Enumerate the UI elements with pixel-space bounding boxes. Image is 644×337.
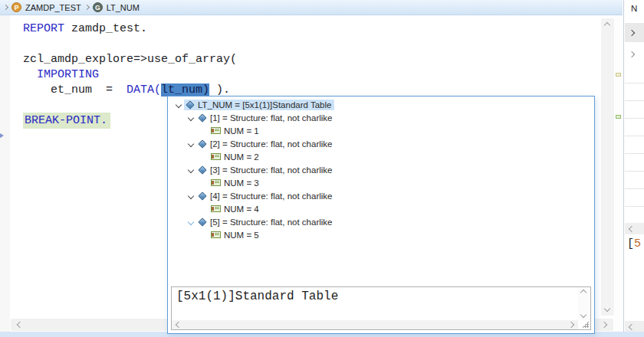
- instruction-pointer-icon: [0, 132, 4, 139]
- scroll-left-icon[interactable]: [17, 322, 23, 328]
- tree-label: NUM = 4: [224, 204, 259, 214]
- row-expander-icon[interactable]: [629, 51, 635, 57]
- tree-row[interactable]: NUM = 4: [168, 202, 594, 215]
- variables-rows: [625, 23, 644, 207]
- variables-detail-scrollbar[interactable]: [625, 321, 644, 332]
- tree-label: LT_NUM = [5x1(1)]Standard Table: [198, 100, 331, 110]
- left-annotation-ruler: [0, 15, 10, 332]
- variables-table-row[interactable]: [625, 119, 644, 136]
- tree-label: [4] = Structure: flat, not charlike: [210, 191, 332, 201]
- field-icon: [211, 205, 221, 212]
- tree-row[interactable]: [4] = Structure: flat, not charlike: [168, 189, 594, 202]
- variables-horizontal-scrollbar[interactable]: [625, 223, 644, 234]
- variables-table-row[interactable]: [625, 154, 644, 172]
- tree-row[interactable]: [2] = Structure: flat, not charlike: [168, 137, 594, 150]
- scroll-right-icon[interactable]: [568, 322, 574, 328]
- detail-number: 5: [634, 237, 641, 250]
- global-variable-icon: G: [93, 2, 103, 12]
- resize-grip-icon[interactable]: [582, 321, 589, 328]
- detail-horizontal-scrollbar[interactable]: [172, 320, 578, 329]
- tree-expander-icon[interactable]: [185, 142, 196, 146]
- variable-inspect-popup: LT_NUM = [5x1(1)]Standard Table[1] = Str…: [167, 96, 595, 334]
- code-line: [23, 37, 598, 52]
- code-line: IMPORTING: [23, 67, 598, 83]
- field-icon: [211, 179, 221, 186]
- structure-icon: [198, 191, 206, 200]
- structure-icon: [198, 113, 206, 122]
- tree-row[interactable]: NUM = 5: [168, 228, 594, 241]
- tree-row[interactable]: [5] = Structure: flat, not charlike: [168, 215, 594, 228]
- tree-label: NUM = 3: [224, 178, 259, 188]
- variable-tree: LT_NUM = [5x1(1)]Standard Table[1] = Str…: [168, 98, 594, 241]
- breadcrumb-item[interactable]: LT_NUM: [107, 3, 140, 12]
- variables-table-row[interactable]: [625, 23, 644, 42]
- overview-ruler: [615, 15, 623, 332]
- breadcrumb-separator-icon: [84, 5, 90, 10]
- tree-label: NUM = 2: [224, 152, 259, 162]
- tree-row[interactable]: [3] = Structure: flat, not charlike: [168, 163, 594, 176]
- field-icon: [211, 127, 221, 134]
- occurrence-marker[interactable]: [616, 115, 621, 119]
- variables-table-row[interactable]: [625, 101, 644, 119]
- field-icon: [211, 231, 221, 238]
- tree-expander-icon[interactable]: [172, 103, 184, 107]
- field-icon: [211, 153, 221, 160]
- breadcrumb: PZAMDP_TESTGLT_NUM: [0, 0, 623, 15]
- detail-pane[interactable]: [5x1(1)]Standard Table: [171, 286, 591, 330]
- detail-text[interactable]: [5x1(1)]Standard Table: [176, 290, 575, 303]
- tree-row[interactable]: LT_NUM = [5x1(1)]Standard Table: [168, 98, 594, 111]
- variables-detail-text: [5: [627, 237, 641, 250]
- variables-table-row[interactable]: [625, 136, 644, 154]
- program-icon: P: [12, 2, 21, 12]
- variables-table-row[interactable]: [625, 172, 644, 189]
- scroll-right-icon[interactable]: [601, 322, 607, 328]
- tree-expander-icon[interactable]: [185, 194, 196, 198]
- row-expander-icon[interactable]: [629, 29, 635, 35]
- tree-label: [2] = Structure: flat, not charlike: [210, 139, 332, 149]
- breadcrumb-separator-icon: [3, 5, 8, 10]
- editor-vertical-scrollbar[interactable]: [601, 18, 614, 316]
- tree-expander-icon[interactable]: [185, 220, 196, 224]
- scroll-down-icon[interactable]: [604, 306, 610, 312]
- variables-table-row[interactable]: [625, 44, 644, 64]
- tree-expander-icon[interactable]: [185, 168, 196, 172]
- structure-icon: [198, 165, 206, 174]
- scroll-down-icon[interactable]: [580, 312, 586, 318]
- variables-table-row[interactable]: [625, 189, 644, 207]
- scroll-up-icon[interactable]: [580, 290, 586, 296]
- scroll-up-icon[interactable]: [604, 22, 610, 28]
- structure-icon: [198, 218, 206, 226]
- structure-icon: [198, 139, 206, 148]
- detail-bracket: [: [627, 237, 634, 250]
- variables-panel: N [5: [623, 0, 644, 337]
- tree-label: [3] = Structure: flat, not charlike: [210, 165, 332, 175]
- code-line: REPORT zamdp_test.: [23, 21, 598, 37]
- scroll-left-icon[interactable]: [629, 226, 635, 232]
- tree-label: [5] = Structure: flat, not charlike: [210, 218, 332, 227]
- breadcrumb-item[interactable]: ZAMDP_TEST: [25, 3, 81, 12]
- tree-label: NUM = 1: [224, 126, 259, 136]
- variables-table-row[interactable]: [625, 66, 644, 83]
- structure-icon: [186, 100, 194, 109]
- tree-label: NUM = 5: [224, 231, 259, 240]
- code-line: zcl_amdp_explore=>use_of_array(: [23, 52, 598, 67]
- variables-name-column-header: N: [631, 4, 637, 13]
- tree-row[interactable]: NUM = 2: [168, 150, 594, 163]
- variables-table-row[interactable]: [625, 83, 644, 101]
- scroll-left-icon[interactable]: [176, 322, 182, 328]
- tree-row[interactable]: [1] = Structure: flat, not charlike: [168, 111, 594, 124]
- tree-row[interactable]: NUM = 3: [168, 176, 594, 189]
- detail-vertical-scrollbar[interactable]: [578, 287, 590, 320]
- tree-expander-icon[interactable]: [185, 116, 196, 120]
- scroll-left-icon[interactable]: [629, 324, 635, 330]
- tree-row[interactable]: NUM = 1: [168, 124, 594, 137]
- tree-label: [1] = Structure: flat, not charlike: [210, 113, 332, 123]
- abap-debugger-window: PZAMDP_TESTGLT_NUM REPORT zamdp_test. zc…: [0, 0, 644, 337]
- occurrence-marker[interactable]: [616, 73, 621, 77]
